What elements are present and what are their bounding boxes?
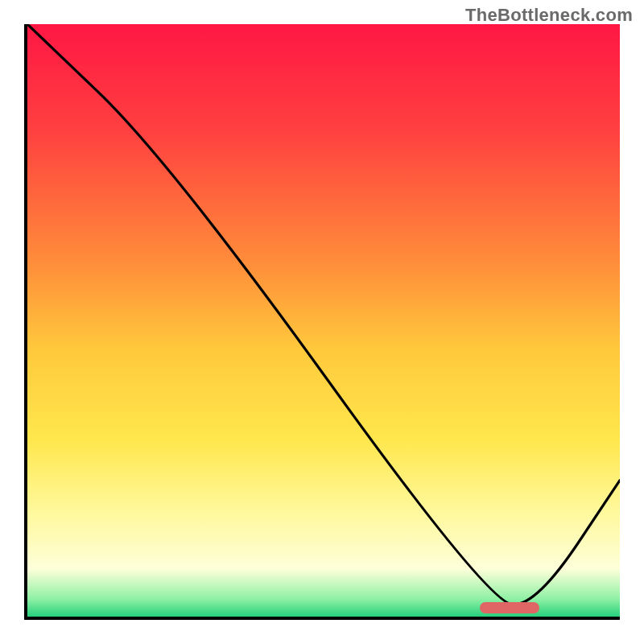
plot-area [24, 24, 620, 620]
bottleneck-curve [27, 24, 620, 617]
optimal-range-marker [480, 602, 539, 613]
watermark-text: TheBottleneck.com [465, 5, 633, 26]
bottleneck-chart: TheBottleneck.com [0, 0, 644, 644]
